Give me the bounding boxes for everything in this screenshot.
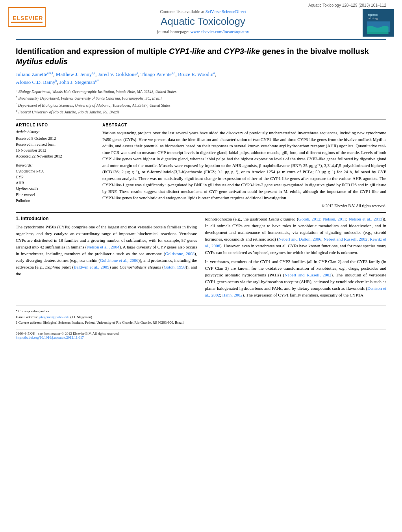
author-4: Thiago Parentea,d [141, 71, 176, 77]
issn-line: 0166-445X/$ – see front matter © 2012 El… [16, 332, 386, 336]
keyword-2: CYP [16, 174, 94, 180]
abstract-col: ABSTRACT Various sequencing projects ove… [102, 123, 386, 208]
affil-3: c Department of Biological Sciences, Uni… [16, 102, 386, 109]
svg-text:ELSEVIER: ELSEVIER [13, 15, 43, 21]
received-revised-date: 16 November 2012 [16, 147, 94, 153]
article-history-label: Article history: [16, 130, 94, 134]
article-info-col: ARTICLE INFO Article history: Received 5… [16, 123, 94, 208]
journal-header: Aquatic Toxicology 128–129 (2013) 101–11… [0, 0, 402, 42]
ref-nebert-russell-2002[interactable]: Nebert and Russell, 2002 [324, 237, 367, 241]
affil-2: b Biochemistry Department, Federal Unive… [16, 95, 386, 102]
affiliations: a Biology Department, Woods Hole Oceanog… [16, 88, 386, 115]
article-divider-top [16, 119, 386, 120]
header-divider [16, 39, 386, 40]
abstract-text: Various sequencing projects over the las… [102, 130, 386, 201]
journal-logo: aquatic toxicology [363, 9, 394, 37]
email-note: E-mail address: jstegeman@whoi.edu (J.J.… [16, 314, 386, 320]
ref-nelson-2013[interactable]: Nelson et al., 2013 [349, 217, 382, 221]
accepted-date: Accepted 22 November 2012 [16, 153, 94, 159]
ref-gotoh-2012[interactable]: Gotoh, 2012 [298, 217, 320, 221]
ref-nelson-2011[interactable]: Nelson, 2011 [323, 217, 346, 221]
received-revised-label: Received in revised form [16, 141, 94, 147]
author-1: Juliano Zanettea,b,1 [16, 71, 53, 77]
ref-hahn-2002[interactable]: Hahn, 2002 [222, 293, 243, 297]
corresponding-note: * Corresponding author. [16, 308, 386, 314]
main-content: Identification and expression of multipl… [0, 42, 402, 347]
ref-nebert-russell-2002b[interactable]: Nebert and Russell, 2002 [284, 272, 331, 277]
doi-link[interactable]: http://dx.doi.org/10.1016/j.aquatox.2012… [16, 336, 84, 339]
page-container: Aquatic Toxicology 128–129 (2013) 101–11… [0, 0, 402, 347]
author-2: Matthew J. Jennya,c [56, 71, 95, 77]
abstract-heading: ABSTRACT [102, 123, 386, 127]
email-link[interactable]: jstegeman@whoi.edu [39, 315, 69, 319]
ref-goldstone-2006[interactable]: Goldstone et al., 2006 [100, 258, 138, 263]
homepage-link[interactable]: www.elsevier.com/locate/aquatox [191, 29, 249, 34]
affil-4: d Federal University of Rio de Janeiro, … [16, 109, 386, 115]
journal-top-bar: ELSEVIER Contents lists available at Sci… [8, 9, 394, 37]
ref-nelson-2004[interactable]: Nelson et al., 2004 [87, 245, 119, 249]
ref-nebert-dalton-2006[interactable]: Nebert and Dalton, 2006 [278, 237, 321, 241]
vol-info: Aquatic Toxicology 128–129 (2013) 101–11… [8, 3, 394, 7]
contents-line: Contents lists available at SciVerse Sci… [51, 9, 355, 14]
author-7: John J. Stegemana,* [59, 79, 99, 85]
body-col-right: lophotrochozoa (e.g., the gastropod Lott… [205, 216, 387, 302]
ref-gotoh-1998[interactable]: Gotoh, 1998 [164, 265, 186, 269]
footnote-1: 1 Current address: Biological Sciences I… [16, 320, 386, 325]
affil-1: a Biology Department, Woods Hole Oceanog… [16, 88, 386, 95]
homepage-line: journal homepage: www.elsevier.com/locat… [51, 29, 355, 34]
body-col1-text: The cytochrome P450s (CYPs) comprise one… [16, 224, 197, 277]
keyword-6: Pollution [16, 198, 94, 204]
authors-line: Juliano Zanettea,b,1, Matthew J. Jennya,… [16, 70, 386, 86]
author-5: Bruce R. Woodina [178, 71, 215, 77]
footnotes: * Corresponding author. E-mail address: … [16, 306, 386, 325]
journal-title-display: Aquatic Toxicology [51, 15, 355, 28]
doi-line: http://dx.doi.org/10.1016/j.aquatox.2012… [16, 336, 386, 339]
article-info-heading: ARTICLE INFO [16, 123, 94, 127]
ref-goldstone-2008[interactable]: Goldstone, 2008 [165, 251, 195, 256]
sciverse-link[interactable]: SciVerse ScienceDirect [206, 9, 246, 14]
body-col2-text: lophotrochozoa (e.g., the gastropod Lott… [205, 216, 387, 299]
keyword-4: Mytilus edulis [16, 186, 94, 192]
journal-info-center: Contents lists available at SciVerse Sci… [43, 9, 363, 34]
copyright-line: © 2012 Elsevier B.V. All rights reserved… [102, 204, 386, 208]
svg-text:toxicology: toxicology [367, 17, 378, 20]
elsevier-logo-text: ELSEVIER [8, 7, 46, 27]
received-date: Received 5 October 2012 [16, 135, 94, 141]
svg-text:aquatic: aquatic [367, 13, 378, 17]
section1-heading: 1. Introduction [16, 216, 197, 221]
footer-bar: 0166-445X/$ – see front matter © 2012 El… [16, 330, 386, 339]
article-abstract-section: ARTICLE INFO Article history: Received 5… [16, 123, 386, 208]
elsevier-logo: ELSEVIER [8, 9, 43, 25]
ref-baldwin-2009[interactable]: Baldwin et al., 2009 [74, 265, 109, 269]
keyword-1: Cytochrome P450 [16, 168, 94, 174]
svg-rect-2 [11, 22, 43, 23]
keyword-5: Blue mussel [16, 192, 94, 198]
keywords-label: Keywords: [16, 163, 94, 167]
paper-title: Identification and expression of multipl… [16, 46, 386, 67]
author-6: Afonso C.D. Bainyb [16, 79, 57, 85]
body-two-col: 1. Introduction The cytochrome P450s (CY… [16, 216, 386, 302]
body-col-left: 1. Introduction The cytochrome P450s (CY… [16, 216, 197, 302]
keyword-3: AHR [16, 180, 94, 186]
body-divider [16, 212, 386, 213]
keywords-section: Keywords: Cytochrome P450 CYP AHR Mytilu… [16, 163, 94, 204]
author-3: Jared V. Goldstonea [98, 71, 138, 77]
